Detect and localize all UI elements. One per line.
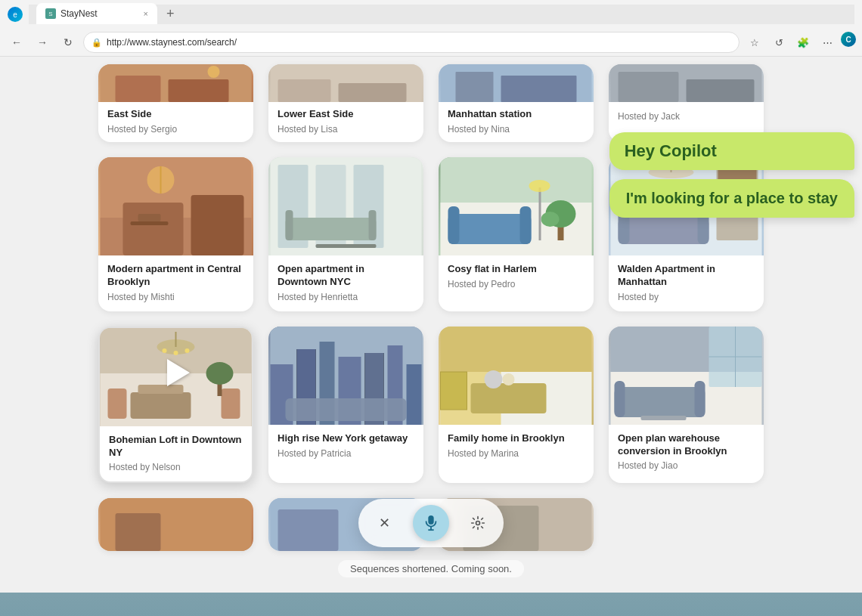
svg-point-80: [485, 370, 503, 388]
lock-icon: 🔒: [91, 38, 102, 48]
listing-host-1: Hosted by Henrietta: [278, 292, 414, 302]
listing-card-0[interactable]: Modern apartment in Central Brooklyn Hos…: [98, 157, 253, 311]
listing-card-4[interactable]: Bohemian Loft in Downtown NY Hosted by N…: [98, 327, 253, 484]
settings-control-button[interactable]: [464, 509, 491, 537]
listing-title-3: Walden Apartment in Manhattan: [618, 263, 755, 289]
listing-card-6[interactable]: Family home in Brooklyn Hosted by Marina: [439, 327, 594, 484]
svg-rect-20: [138, 214, 161, 221]
partial-card-2[interactable]: Manhattan station Hosted by Nina: [439, 64, 594, 142]
listing-img-4: [100, 328, 252, 426]
svg-rect-6: [339, 83, 407, 102]
listing-info-2: Cosy flat in Harlem Hosted by Pedro: [439, 255, 594, 299]
svg-rect-12: [687, 79, 755, 102]
tab-close-button[interactable]: ×: [144, 9, 148, 18]
bottom-card-0[interactable]: [98, 498, 253, 551]
svg-rect-60: [108, 388, 127, 419]
edge-icon: e: [8, 7, 23, 22]
svg-rect-15: [123, 203, 184, 255]
svg-rect-99: [428, 515, 433, 525]
listing-img-1: [268, 157, 423, 255]
svg-point-39: [529, 180, 550, 192]
listing-host-4: Hosted by Nelson: [109, 462, 243, 472]
copilot-bubble-1: Hey Copilot: [609, 132, 854, 170]
partial-img-0: [98, 64, 253, 102]
refresh-button[interactable]: ↻: [57, 32, 79, 53]
listing-img-6: [439, 327, 594, 425]
close-control-button[interactable]: ✕: [371, 509, 398, 537]
partial-info-2: Manhattan station Hosted by Nina: [439, 102, 594, 142]
partial-info-1: Lower East Side Hosted by Lisa: [268, 102, 423, 142]
url-text: http://www.staynest.com/search/: [107, 37, 237, 48]
svg-point-56: [174, 351, 178, 355]
listing-card-7[interactable]: Open plan warehouse conversion in Brookl…: [609, 327, 764, 484]
svg-point-57: [185, 348, 190, 353]
copilot-icon[interactable]: C: [841, 32, 856, 47]
svg-rect-26: [286, 218, 377, 240]
svg-rect-83: [441, 372, 467, 410]
svg-rect-88: [695, 381, 705, 417]
settings-icon: [470, 515, 485, 531]
listing-host-5: Hosted by Patricia: [278, 448, 414, 459]
partial-info-0: East Side Hosted by Sergio: [98, 102, 253, 142]
favorites-button[interactable]: ☆: [744, 32, 765, 53]
listing-title-5: High rise New York getaway: [278, 432, 414, 445]
listing-info-0: Modern apartment in Central Brooklyn Hos…: [98, 255, 253, 311]
svg-rect-33: [448, 206, 460, 244]
bottom-control-bar: ✕: [358, 499, 504, 547]
listing-card-1[interactable]: Open apartment in Downtown NYC Hosted by…: [268, 157, 423, 311]
listing-card-5[interactable]: High rise New York getaway Hosted by Pat…: [268, 327, 423, 484]
partial-title-1: Lower East Side: [278, 108, 414, 121]
mic-button[interactable]: [413, 505, 449, 541]
browser-chrome: e S StayNest × + ← → ↻ 🔒 http://www.stay…: [0, 0, 862, 57]
svg-point-63: [206, 362, 234, 385]
partial-card-3[interactable]: Hosted by Jack: [609, 64, 764, 142]
svg-rect-34: [520, 206, 532, 244]
listing-title-6: Family home in Brooklyn: [448, 432, 584, 445]
partial-card-0[interactable]: East Side Hosted by Sergio: [98, 64, 253, 142]
listing-title-0: Modern apartment in Central Brooklyn: [107, 263, 244, 289]
partial-card-1[interactable]: Lower East Side Hosted by Lisa: [268, 64, 423, 142]
partial-title-2: Manhattan station: [448, 108, 584, 121]
toolbar-right: ☆ ↺ 🧩 ⋯ C: [744, 32, 856, 53]
svg-rect-29: [316, 244, 377, 248]
bottom-img-0: [98, 498, 253, 551]
browser-tab-active[interactable]: S StayNest ×: [36, 3, 157, 24]
listing-host-6: Hosted by Marina: [448, 448, 584, 459]
svg-rect-87: [615, 381, 625, 417]
partial-title-0: East Side: [107, 108, 244, 121]
listing-img-2: [439, 157, 594, 255]
address-bar[interactable]: 🔒 http://www.staynest.com/search/: [83, 32, 740, 53]
svg-point-37: [541, 212, 560, 227]
listing-img-7: [609, 327, 764, 425]
back-button[interactable]: ←: [6, 32, 27, 53]
copilot-bubble-2: I'm looking for a place to stay: [609, 179, 854, 218]
svg-rect-32: [448, 214, 532, 244]
listing-info-1: Open apartment in Downtown NYC Hosted by…: [268, 255, 423, 311]
listing-card-2[interactable]: Cosy flat in Harlem Hosted by Pedro: [439, 157, 594, 311]
listing-img-5: [268, 327, 423, 425]
profile-button[interactable]: ↺: [768, 32, 789, 53]
more-button[interactable]: ⋯: [817, 32, 838, 53]
listing-info-3: Walden Apartment in Manhattan Hosted by: [609, 255, 764, 311]
svg-rect-19: [131, 221, 169, 225]
partial-host-2: Hosted by Nina: [448, 124, 584, 135]
listing-img-0: [98, 157, 253, 255]
control-pill: ✕: [358, 499, 504, 547]
partial-info-3: Hosted by Jack: [609, 102, 764, 129]
svg-rect-46: [619, 218, 709, 244]
svg-rect-38: [539, 187, 541, 240]
forward-button[interactable]: →: [32, 32, 53, 53]
svg-rect-75: [286, 398, 407, 421]
tab-title: StayNest: [60, 8, 98, 19]
browser-top-bar: e S StayNest × +: [0, 0, 862, 29]
listing-info-5: High rise New York getaway Hosted by Pat…: [268, 425, 423, 468]
svg-rect-96: [278, 509, 339, 551]
svg-rect-27: [286, 210, 293, 240]
extensions-button[interactable]: 🧩: [792, 32, 814, 53]
listing-info-6: Family home in Brooklyn Hosted by Marina: [439, 425, 594, 468]
listing-host-7: Hosted by Jiao: [618, 460, 755, 471]
svg-rect-1: [116, 76, 161, 102]
svg-rect-79: [471, 383, 547, 413]
listing-title-2: Cosy flat in Harlem: [448, 263, 584, 276]
new-tab-button[interactable]: +: [160, 3, 181, 24]
